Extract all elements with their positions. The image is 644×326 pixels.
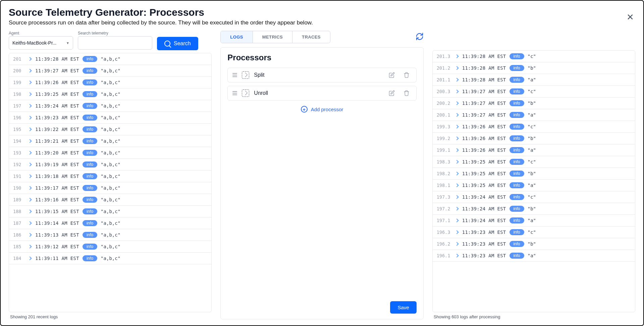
- agent-select-value: Keiths-MacBook-Pr...: [12, 40, 57, 46]
- log-row[interactable]: 200.111:39:27 AM ESTinfo"a": [433, 109, 635, 121]
- log-row[interactable]: 199.111:39:26 AM ESTinfo"a": [433, 144, 635, 156]
- log-index: 199: [13, 80, 25, 85]
- log-message: "a,b,c": [101, 103, 120, 109]
- log-index: 197: [13, 103, 25, 109]
- save-button[interactable]: Save: [390, 301, 416, 314]
- tab-traces[interactable]: TRACES: [292, 31, 330, 43]
- close-button[interactable]: ✕: [625, 11, 635, 23]
- drag-handle-icon[interactable]: [232, 73, 237, 77]
- delete-processor-button[interactable]: [401, 71, 412, 79]
- add-processor-button[interactable]: + Add processor: [227, 106, 416, 113]
- search-button-label: Search: [174, 41, 191, 47]
- log-message: "a": [528, 253, 536, 258]
- search-button[interactable]: Search: [157, 37, 198, 50]
- log-message: "a,b,c": [101, 56, 120, 62]
- refresh-icon[interactable]: [416, 32, 424, 42]
- output-logs-list[interactable]: 201.311:39:28 AM ESTinfo"c"201.211:39:28…: [432, 50, 635, 312]
- log-level-badge: info: [83, 185, 97, 191]
- agent-select[interactable]: Keiths-MacBook-Pr... ▼: [9, 36, 73, 50]
- log-level-badge: info: [83, 103, 97, 109]
- log-level-badge: info: [509, 171, 524, 177]
- log-index: 200.3: [437, 89, 452, 94]
- tab-logs[interactable]: LOGS: [221, 31, 253, 43]
- input-logs-list[interactable]: 20111:39:28 AM ESTinfo"a,b,c"20011:39:27…: [9, 53, 212, 312]
- edit-processor-button[interactable]: [387, 71, 397, 79]
- chevron-right-icon: [28, 186, 32, 190]
- log-row[interactable]: 199.311:39:26 AM ESTinfo"c": [433, 121, 635, 133]
- log-message: "a": [528, 183, 536, 188]
- log-row[interactable]: 196.111:39:23 AM ESTinfo"a": [433, 250, 635, 262]
- search-input[interactable]: [78, 36, 152, 50]
- log-row[interactable]: 196.311:39:23 AM ESTinfo"c": [433, 226, 635, 238]
- log-row[interactable]: 20111:39:28 AM ESTinfo"a,b,c": [9, 53, 211, 65]
- chevron-right-icon: [455, 207, 459, 210]
- telemetry-tabs: LOGS METRICS TRACES: [220, 31, 330, 43]
- log-row[interactable]: 197.311:39:24 AM ESTinfo"c": [433, 191, 635, 203]
- log-row[interactable]: 201.211:39:28 AM ESTinfo"b": [433, 62, 635, 74]
- log-row[interactable]: 19411:39:21 AM ESTinfo"a,b,c": [9, 135, 211, 147]
- log-level-badge: info: [509, 147, 524, 153]
- log-row[interactable]: 198.211:39:25 AM ESTinfo"b": [433, 168, 635, 180]
- log-message: "c": [528, 230, 536, 235]
- log-row[interactable]: 19011:39:17 AM ESTinfo"a,b,c": [9, 182, 211, 194]
- log-row[interactable]: 18911:39:16 AM ESTinfo"a,b,c": [9, 194, 211, 206]
- drag-handle-icon[interactable]: [232, 91, 237, 95]
- log-level-badge: info: [509, 253, 524, 259]
- delete-processor-button[interactable]: [401, 89, 412, 97]
- log-message: "b": [528, 241, 536, 247]
- chevron-right-icon: [28, 198, 32, 201]
- log-row[interactable]: 18711:39:14 AM ESTinfo"a,b,c": [9, 217, 211, 229]
- log-row[interactable]: 201.111:39:28 AM ESTinfo"a": [433, 74, 635, 86]
- log-row[interactable]: 198.111:39:25 AM ESTinfo"a": [433, 180, 635, 191]
- log-row[interactable]: 20011:39:27 AM ESTinfo"a,b,c": [9, 65, 211, 77]
- log-timestamp: 11:39:27 AM EST: [35, 68, 79, 73]
- log-index: 194: [13, 138, 25, 144]
- processors-column: LOGS METRICS TRACES Processors SplitUnro…: [220, 31, 423, 319]
- agent-label: Agent: [9, 31, 73, 36]
- log-row[interactable]: 19811:39:25 AM ESTinfo"a,b,c": [9, 88, 211, 100]
- log-row[interactable]: 200.311:39:27 AM ESTinfo"c": [433, 86, 635, 97]
- log-row[interactable]: 201.311:39:28 AM ESTinfo"c": [433, 51, 635, 62]
- processor-icon: [242, 89, 249, 97]
- log-timestamp: 11:39:21 AM EST: [35, 138, 79, 144]
- log-row[interactable]: 19111:39:18 AM ESTinfo"a,b,c": [9, 171, 211, 182]
- edit-processor-button[interactable]: [387, 89, 397, 97]
- log-row[interactable]: 19511:39:22 AM ESTinfo"a,b,c": [9, 124, 211, 135]
- log-timestamp: 11:39:25 AM EST: [462, 183, 506, 188]
- log-timestamp: 11:39:27 AM EST: [462, 112, 506, 118]
- log-level-badge: info: [509, 229, 524, 235]
- log-level-badge: info: [509, 241, 524, 247]
- log-row[interactable]: 197.211:39:24 AM ESTinfo"b": [433, 203, 635, 215]
- log-row[interactable]: 196.211:39:23 AM ESTinfo"b": [433, 238, 635, 250]
- processor-row: Unroll: [227, 86, 416, 101]
- log-message: "a,b,c": [101, 68, 120, 73]
- log-index: 185: [13, 244, 25, 249]
- log-row[interactable]: 18511:39:12 AM ESTinfo"a,b,c": [9, 241, 211, 253]
- log-row[interactable]: 197.111:39:24 AM ESTinfo"a": [433, 215, 635, 226]
- output-logs-footer: Showing 603 logs after processing: [432, 312, 635, 319]
- log-row[interactable]: 18611:39:13 AM ESTinfo"a,b,c": [9, 229, 211, 241]
- tab-metrics[interactable]: METRICS: [253, 31, 292, 43]
- log-row[interactable]: 18411:39:11 AM ESTinfo"a,b,c": [9, 253, 211, 264]
- log-row[interactable]: 199.211:39:26 AM ESTinfo"b": [433, 133, 635, 144]
- log-row[interactable]: 19911:39:26 AM ESTinfo"a,b,c": [9, 77, 211, 88]
- log-message: "a": [528, 112, 536, 118]
- log-row[interactable]: 200.211:39:27 AM ESTinfo"b": [433, 97, 635, 109]
- plus-circle-icon: +: [301, 106, 308, 113]
- log-message: "b": [528, 101, 536, 106]
- log-level-badge: info: [83, 255, 97, 261]
- log-row[interactable]: 198.311:39:25 AM ESTinfo"c": [433, 156, 635, 168]
- log-row[interactable]: 19711:39:24 AM ESTinfo"a,b,c": [9, 100, 211, 112]
- log-index: 196.2: [437, 241, 452, 247]
- log-level-badge: info: [83, 138, 97, 144]
- log-row[interactable]: 19311:39:20 AM ESTinfo"a,b,c": [9, 147, 211, 159]
- log-timestamp: 11:39:27 AM EST: [462, 101, 506, 106]
- page-subtitle: Source processors run on data after bein…: [9, 19, 313, 26]
- log-row[interactable]: 19211:39:19 AM ESTinfo"a,b,c": [9, 159, 211, 171]
- log-message: "a,b,c": [101, 150, 120, 155]
- log-timestamp: 11:39:22 AM EST: [35, 127, 79, 132]
- log-row[interactable]: 18811:39:15 AM ESTinfo"a,b,c": [9, 206, 211, 217]
- log-row[interactable]: 19611:39:23 AM ESTinfo"a,b,c": [9, 112, 211, 124]
- log-timestamp: 11:39:18 AM EST: [35, 174, 79, 179]
- log-timestamp: 11:39:28 AM EST: [462, 54, 506, 59]
